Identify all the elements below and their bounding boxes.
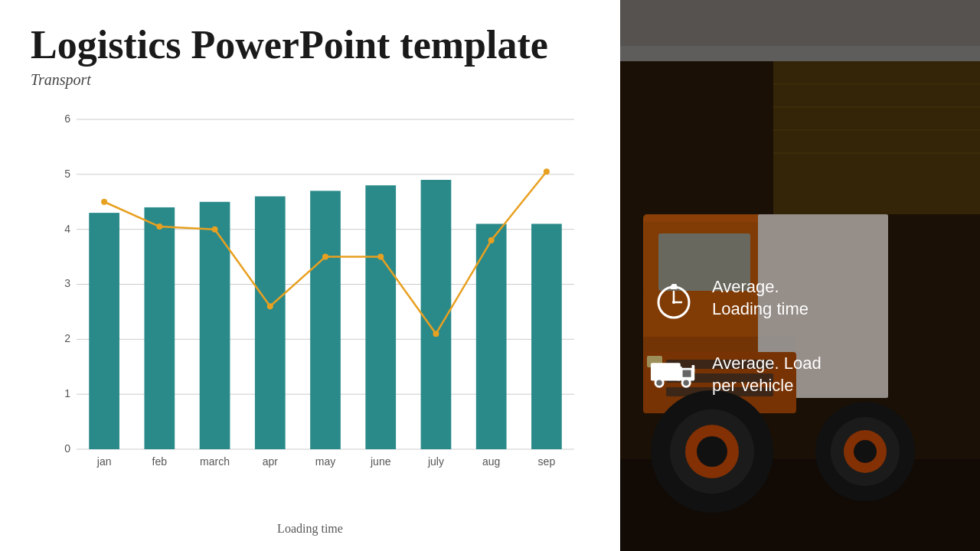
svg-rect-39: [678, 366, 682, 380]
svg-point-41: [656, 380, 662, 385]
chart-container: [31, 104, 590, 491]
info-item-load-per-vehicle: Average. Load per vehicle: [651, 352, 965, 398]
svg-rect-36: [651, 363, 681, 380]
bar-line-chart: [31, 104, 590, 491]
load-per-vehicle-text: Average. Load per vehicle: [712, 353, 822, 396]
main-title: Logistics PowerPoint template: [31, 23, 590, 67]
chart-area: Loading time: [31, 104, 590, 536]
loading-time-line2: Loading time: [712, 298, 808, 321]
overlay-content: Average. Loading time: [651, 276, 965, 429]
x-axis-label: Loading time: [31, 522, 590, 536]
stopwatch-icon: [651, 276, 697, 321]
svg-rect-44: [692, 365, 695, 372]
svg-rect-32: [671, 284, 677, 287]
svg-point-43: [683, 380, 688, 385]
right-panel: Average. Loading time: [620, 0, 980, 551]
svg-rect-38: [683, 370, 691, 377]
load-per-vehicle-line1: Average. Load: [712, 353, 822, 375]
subtitle: Transport: [31, 71, 590, 89]
svg-point-35: [672, 301, 675, 304]
info-item-loading-time: Average. Loading time: [651, 276, 965, 321]
loading-time-line1: Average.: [712, 276, 808, 298]
left-panel: Logistics PowerPoint template Transport …: [0, 0, 620, 551]
load-per-vehicle-line2: per vehicle: [712, 375, 822, 397]
loading-time-text: Average. Loading time: [712, 276, 808, 320]
truck-icon: [651, 352, 697, 398]
